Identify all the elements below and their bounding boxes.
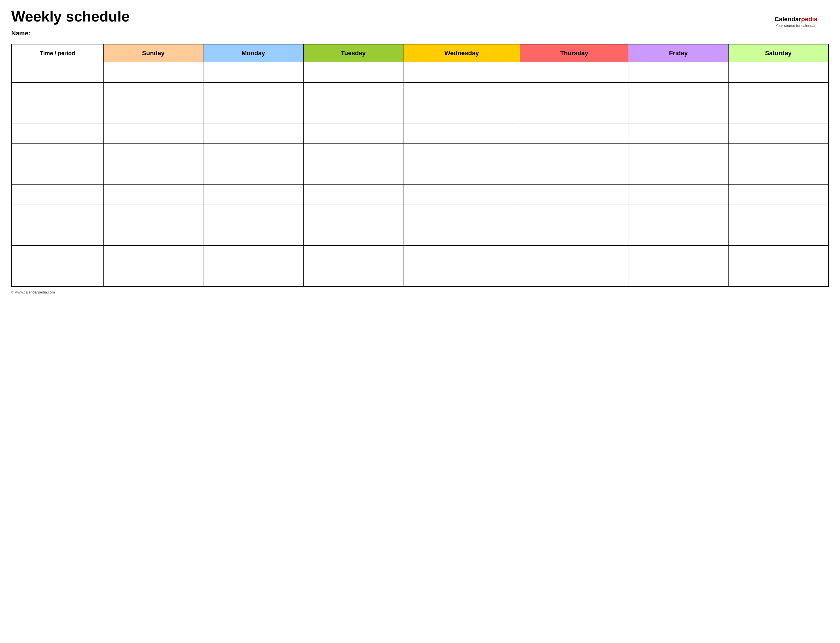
table-cell[interactable]: [728, 266, 829, 286]
table-cell[interactable]: [628, 225, 729, 246]
col-header-time: Time / period: [11, 44, 103, 62]
table-cell[interactable]: [628, 83, 729, 103]
table-cell[interactable]: [203, 144, 304, 164]
table-cell[interactable]: [103, 164, 203, 184]
table-cell[interactable]: [728, 62, 829, 83]
col-header-wednesday: Wednesday: [404, 44, 520, 62]
table-cell[interactable]: [103, 62, 203, 83]
table-cell[interactable]: [520, 184, 628, 205]
table-cell[interactable]: [520, 205, 628, 225]
table-cell[interactable]: [520, 246, 628, 266]
table-cell[interactable]: [11, 184, 103, 205]
table-cell[interactable]: [404, 246, 520, 266]
table-cell[interactable]: [203, 123, 304, 144]
table-cell[interactable]: [303, 225, 404, 246]
table-cell[interactable]: [404, 184, 520, 205]
table-cell[interactable]: [728, 83, 829, 103]
footer-url: © www.calendarpedia.com: [11, 290, 55, 294]
table-cell[interactable]: [728, 123, 829, 144]
table-cell[interactable]: [404, 103, 520, 123]
table-cell[interactable]: [203, 225, 304, 246]
table-cell[interactable]: [203, 205, 304, 225]
table-cell[interactable]: [203, 246, 304, 266]
table-cell[interactable]: [404, 164, 520, 184]
table-cell[interactable]: [103, 225, 203, 246]
table-cell[interactable]: [520, 144, 628, 164]
table-cell[interactable]: [728, 103, 829, 123]
table-cell[interactable]: [628, 62, 729, 83]
table-cell[interactable]: [520, 83, 628, 103]
table-cell[interactable]: [303, 123, 404, 144]
table-cell[interactable]: [520, 266, 628, 286]
table-cell[interactable]: [11, 266, 103, 286]
table-cell[interactable]: [103, 123, 203, 144]
table-cell[interactable]: [628, 266, 729, 286]
table-cell[interactable]: [728, 184, 829, 205]
table-cell[interactable]: [728, 225, 829, 246]
footer: © www.calendarpedia.com: [11, 290, 829, 294]
table-cell[interactable]: [628, 205, 729, 225]
table-cell[interactable]: [404, 225, 520, 246]
table-row: [11, 246, 829, 266]
table-cell[interactable]: [520, 62, 628, 83]
table-cell[interactable]: [404, 83, 520, 103]
table-cell[interactable]: [404, 62, 520, 83]
table-cell[interactable]: [11, 164, 103, 184]
table-cell[interactable]: [520, 103, 628, 123]
table-cell[interactable]: [303, 103, 404, 123]
table-cell[interactable]: [11, 144, 103, 164]
table-cell[interactable]: [728, 164, 829, 184]
table-row: [11, 62, 829, 83]
table-cell[interactable]: [303, 266, 404, 286]
table-cell[interactable]: [728, 205, 829, 225]
table-cell[interactable]: [11, 225, 103, 246]
table-cell[interactable]: [303, 246, 404, 266]
table-cell[interactable]: [11, 83, 103, 103]
table-cell[interactable]: [103, 83, 203, 103]
table-cell[interactable]: [11, 246, 103, 266]
table-cell[interactable]: [303, 144, 404, 164]
table-cell[interactable]: [628, 184, 729, 205]
table-cell[interactable]: [520, 123, 628, 144]
table-cell[interactable]: [103, 205, 203, 225]
table-cell[interactable]: [11, 123, 103, 144]
table-cell[interactable]: [728, 144, 829, 164]
col-header-sunday: Sunday: [103, 44, 203, 62]
table-cell[interactable]: [203, 266, 304, 286]
table-cell[interactable]: [404, 144, 520, 164]
table-row: [11, 205, 829, 225]
table-cell[interactable]: [103, 184, 203, 205]
col-header-saturday: Saturday: [728, 44, 829, 62]
table-cell[interactable]: [404, 123, 520, 144]
table-cell[interactable]: [728, 246, 829, 266]
table-cell[interactable]: [203, 83, 304, 103]
table-cell[interactable]: [103, 246, 203, 266]
col-header-thursday: Thursday: [520, 44, 628, 62]
table-cell[interactable]: [628, 246, 729, 266]
table-cell[interactable]: [303, 164, 404, 184]
logo-pedia-text: pedia: [801, 16, 817, 23]
table-cell[interactable]: [628, 103, 729, 123]
table-cell[interactable]: [404, 205, 520, 225]
table-cell[interactable]: [11, 103, 103, 123]
table-cell[interactable]: [203, 103, 304, 123]
table-cell[interactable]: [628, 164, 729, 184]
table-cell[interactable]: [203, 62, 304, 83]
table-cell[interactable]: [203, 184, 304, 205]
table-cell[interactable]: [628, 144, 729, 164]
table-cell[interactable]: [303, 205, 404, 225]
table-cell[interactable]: [203, 164, 304, 184]
table-cell[interactable]: [520, 225, 628, 246]
table-cell[interactable]: [404, 266, 520, 286]
table-cell[interactable]: [11, 62, 103, 83]
table-cell[interactable]: [520, 164, 628, 184]
table-cell[interactable]: [628, 123, 729, 144]
table-cell[interactable]: [103, 103, 203, 123]
table-cell[interactable]: [103, 266, 203, 286]
table-cell[interactable]: [11, 205, 103, 225]
table-cell[interactable]: [303, 184, 404, 205]
schedule-body: [11, 62, 829, 286]
table-cell[interactable]: [103, 144, 203, 164]
table-cell[interactable]: [303, 62, 404, 83]
table-cell[interactable]: [303, 83, 404, 103]
